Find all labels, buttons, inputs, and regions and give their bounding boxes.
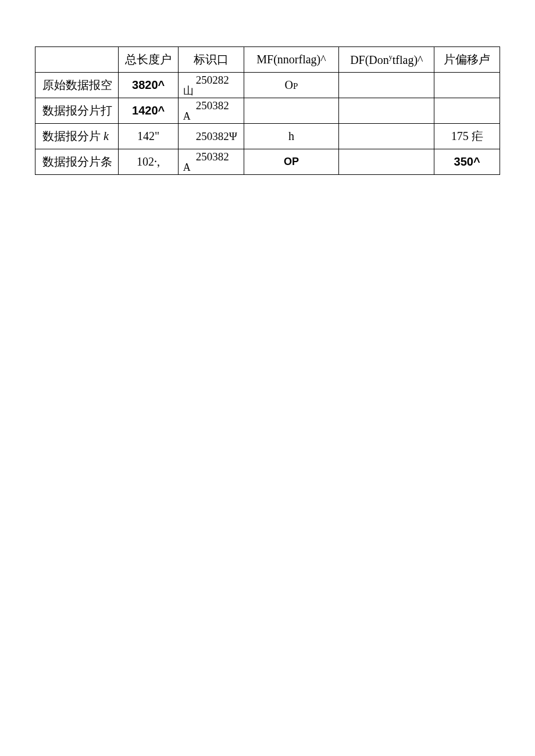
- row-label: 数据报分片条: [35, 149, 119, 175]
- header-empty: [35, 47, 119, 73]
- cell-mf: h: [244, 124, 339, 149]
- cell-mf: OP: [244, 149, 339, 175]
- cell-df: [339, 73, 434, 98]
- header-identification: 标识口: [178, 47, 244, 73]
- row-label: 原始数据报空: [35, 73, 119, 98]
- cell-mf: [244, 98, 339, 124]
- table-row: 原始数据报空 3820^ 250282 山 OP: [35, 73, 500, 98]
- cell-total-length: 1420^: [119, 98, 178, 124]
- cell-identification: 250282 山: [178, 73, 244, 98]
- cell-total-length: 102·,: [119, 149, 178, 175]
- row-label: 数据报分片打: [35, 98, 119, 124]
- header-fragment-offset: 片偏移卢: [434, 47, 500, 73]
- table-row: 数据报分片打 1420^ 250382 A: [35, 98, 500, 124]
- cell-identification: 250382 A: [178, 98, 244, 124]
- cell-df: [339, 124, 434, 149]
- header-df-flag: DF(Donytflag)^: [339, 47, 434, 73]
- cell-total-length: 3820^: [119, 73, 178, 98]
- row-label: 数据报分片 k: [35, 124, 119, 149]
- header-total-length: 总长度户: [119, 47, 178, 73]
- cell-total-length: 142": [119, 124, 178, 149]
- cell-identification: 250382Ψ: [178, 124, 244, 149]
- table-header-row: 总长度户 标识口 MF(nnorflag)^ DF(Donytflag)^ 片偏…: [35, 47, 500, 73]
- header-mf-flag: MF(nnorflag)^: [244, 47, 339, 73]
- cell-df: [339, 98, 434, 124]
- cell-offset: 350^: [434, 149, 500, 175]
- cell-df: [339, 149, 434, 175]
- cell-offset: 175 疟: [434, 124, 500, 149]
- cell-identification: 250382 A: [178, 149, 244, 175]
- table-row: 数据报分片条 102·, 250382 A OP 350^: [35, 149, 500, 175]
- fragmentation-table: 总长度户 标识口 MF(nnorflag)^ DF(Donytflag)^ 片偏…: [35, 46, 500, 175]
- table-row: 数据报分片 k 142" 250382Ψ h 175 疟: [35, 124, 500, 149]
- cell-mf: OP: [244, 73, 339, 98]
- cell-offset: [434, 73, 500, 98]
- cell-offset: [434, 98, 500, 124]
